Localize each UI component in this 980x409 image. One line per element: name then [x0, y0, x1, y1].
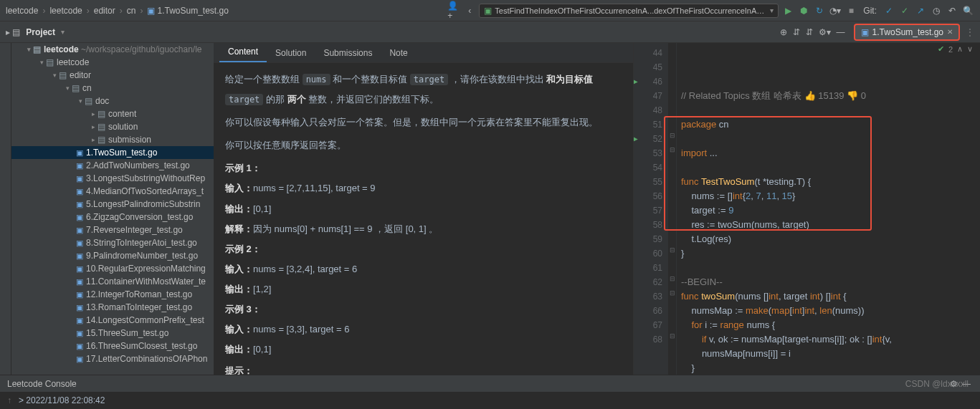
- console-line: > 2022/11/08 22:08:42: [19, 395, 105, 405]
- tab-content[interactable]: Content: [219, 42, 267, 62]
- breadcrumb-file[interactable]: ▣1.TwoSum_test.go: [147, 6, 228, 16]
- debug-icon[interactable]: ⬢: [797, 4, 810, 17]
- problem-panel: Content Solution Submissions Note 给定一个整数…: [214, 43, 634, 375]
- chevron-down-icon: ▾: [770, 6, 774, 14]
- tab-submissions[interactable]: Submissions: [315, 44, 381, 62]
- project-toolbar: ▸ ▤ Project ▾ ⊕ ⇵ ⇵ ⚙▾ — ▣ 1.TwoSum_test…: [0, 21, 980, 43]
- tree-folder[interactable]: ▾▤cn: [11, 82, 214, 95]
- console-title: Leetcode Console: [7, 379, 77, 389]
- tree-file-selected[interactable]: ▣1.TwoSum_test.go: [11, 146, 214, 159]
- project-panel-title: Project: [26, 27, 55, 37]
- console-tab-bar[interactable]: Leetcode Console ⚙ —: [0, 375, 980, 392]
- breadcrumb-item[interactable]: editor: [94, 6, 115, 16]
- tab-solution[interactable]: Solution: [267, 44, 315, 62]
- left-strip[interactable]: [0, 43, 11, 375]
- rollback-icon[interactable]: ↶: [946, 4, 958, 17]
- code-area[interactable]: // Related Topics 数组 哈希表 👍 15139 👎 0 pac…: [677, 43, 980, 375]
- hide-icon[interactable]: —: [837, 27, 845, 37]
- expand-icon[interactable]: ⇵: [793, 27, 800, 37]
- history-icon[interactable]: ◷: [930, 4, 943, 17]
- git-push-icon[interactable]: ↗: [914, 4, 927, 17]
- settings-icon[interactable]: ⚙▾: [819, 27, 831, 37]
- code-editor[interactable]: ✔2 ∧∨ 444546▶47485152▶535455565758596061…: [634, 43, 980, 375]
- git-label: Git:: [863, 6, 877, 16]
- problem-content[interactable]: 给定一个整数数组 nums 和一个整数目标值 target ，请你在该数组中找出…: [214, 63, 633, 375]
- tree-file[interactable]: ▣5.LongestPalindromicSubstrin: [11, 198, 214, 211]
- breadcrumb-item[interactable]: cn: [127, 6, 136, 16]
- tree-folder[interactable]: ▸▤solution: [11, 120, 214, 133]
- tree-file[interactable]: ▣11.ContainerWithMostWater_te: [11, 275, 214, 288]
- git-commit-icon[interactable]: ✓: [898, 4, 911, 17]
- menu-icon[interactable]: ⋮: [966, 27, 974, 37]
- breadcrumb-item[interactable]: leetcode: [49, 6, 82, 16]
- tab-note[interactable]: Note: [381, 44, 416, 62]
- content-tabs: Content Solution Submissions Note: [214, 43, 633, 63]
- tree-folder[interactable]: ▾▤leetcode: [11, 56, 214, 69]
- add-user-icon[interactable]: 👤+: [447, 4, 460, 17]
- fold-column[interactable]: ⊟⊟⊟⊟⊟⊟: [668, 43, 677, 375]
- tree-file[interactable]: ▣3.LongestSubstringWithoutRep: [11, 172, 214, 185]
- locate-icon[interactable]: ⊕: [780, 27, 787, 37]
- main-area: ▾▤leetcode ~/workspace/github/iguochan/l…: [0, 43, 980, 375]
- editor-tab-label: 1.TwoSum_test.go: [872, 27, 943, 37]
- folder-icon: ▸ ▤: [6, 27, 20, 37]
- coverage-icon[interactable]: ↻: [813, 4, 826, 17]
- tree-folder[interactable]: ▸▤submission: [11, 133, 214, 146]
- tree-file[interactable]: ▣10.RegularExpressionMatching: [11, 262, 214, 275]
- tree-file[interactable]: ▣6.ZigzagConversion_test.go: [11, 211, 214, 223]
- chevron-left-icon[interactable]: ‹: [463, 4, 476, 17]
- collapse-icon[interactable]: ⇵: [806, 27, 813, 37]
- tree-folder[interactable]: ▾▤editor: [11, 69, 214, 82]
- tree-file[interactable]: ▣14.LongestCommonPrefix_test: [11, 314, 214, 327]
- run-config-selector[interactable]: ▣ TestFindTheIndexOfTheFirstOccurrenceIn…: [479, 4, 779, 18]
- gutter[interactable]: 444546▶47485152▶535455565758596061626366…: [634, 43, 668, 375]
- tree-folder[interactable]: ▾▤doc: [11, 95, 214, 107]
- tree-file[interactable]: ▣17.LetterCombinationsOfAPhon: [11, 352, 214, 365]
- tree-file[interactable]: ▣15.ThreeSum_test.go: [11, 327, 214, 340]
- tree-file[interactable]: ▣2.AddTwoNumbers_test.go: [11, 159, 214, 172]
- console-output[interactable]: ↑ > 2022/11/08 22:08:42: [0, 392, 980, 409]
- tree-file[interactable]: ▣13.RomanToInteger_test.go: [11, 301, 214, 314]
- tree-file[interactable]: ▣7.ReverseInteger_test.go: [11, 223, 214, 236]
- tree-folder[interactable]: ▸▤content: [11, 107, 214, 120]
- tree-file[interactable]: ▣12.IntegerToRoman_test.go: [11, 288, 214, 301]
- tree-file[interactable]: ▣4.MedianOfTwoSortedArrays_t: [11, 185, 214, 198]
- breadcrumb-item[interactable]: leetcode: [6, 6, 38, 16]
- tree-file[interactable]: ▣16.ThreeSumClosest_test.go: [11, 340, 214, 352]
- git-update-icon[interactable]: ✓: [883, 4, 895, 17]
- top-toolbar: leetcode› leetcode› editor› cn› ▣1.TwoSu…: [0, 0, 980, 21]
- tree-file[interactable]: ▣8.StringToIntegerAtoi_test.go: [11, 236, 214, 249]
- profiler-icon[interactable]: ◔▾: [829, 4, 842, 17]
- close-icon[interactable]: ✕: [947, 28, 953, 36]
- stop-icon[interactable]: ■: [845, 4, 857, 17]
- run-config-label: TestFindTheIndexOfTheFirstOccurrenceInA.…: [495, 6, 767, 15]
- project-tree[interactable]: ▾▤leetcode ~/workspace/github/iguochan/l…: [11, 43, 214, 375]
- scroll-top-icon[interactable]: ↑: [7, 395, 11, 405]
- search-icon[interactable]: 🔍: [961, 4, 974, 17]
- watermark: CSDN @ldxxxxll: [905, 379, 969, 389]
- editor-tab-active[interactable]: ▣ 1.TwoSum_test.go ✕: [854, 24, 960, 41]
- chevron-down-icon[interactable]: ▾: [61, 28, 65, 36]
- tree-root[interactable]: ▾▤leetcode ~/workspace/github/iguochan/l…: [11, 43, 214, 56]
- tree-file[interactable]: ▣9.PalindromeNumber_test.go: [11, 249, 214, 262]
- run-icon[interactable]: ▶: [781, 4, 794, 17]
